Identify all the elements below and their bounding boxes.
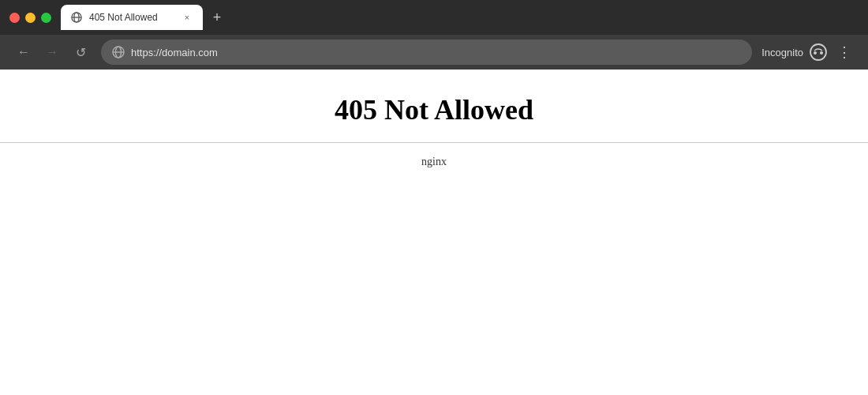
- minimize-window-button[interactable]: [25, 13, 36, 23]
- title-bar: 405 Not Allowed × +: [0, 0, 868, 35]
- new-tab-button[interactable]: +: [206, 6, 228, 28]
- svg-point-8: [820, 51, 823, 55]
- error-title: 405 Not Allowed: [335, 93, 533, 126]
- browser-actions: Incognito ⋮: [761, 40, 855, 64]
- content-divider: [0, 142, 868, 143]
- active-tab[interactable]: 405 Not Allowed ×: [61, 5, 203, 30]
- browser-chrome: 405 Not Allowed × + ← → ↺ https://domain…: [0, 0, 868, 70]
- tab-favicon-icon: [70, 11, 83, 24]
- url-text: https://domain.com: [131, 47, 741, 58]
- tab-close-button[interactable]: ×: [181, 11, 193, 24]
- nav-buttons: ← → ↺: [13, 41, 92, 63]
- forward-button[interactable]: →: [41, 41, 63, 63]
- reload-button[interactable]: ↺: [69, 41, 92, 63]
- incognito-icon: [806, 40, 830, 64]
- svg-point-6: [810, 44, 826, 60]
- page-content: 405 Not Allowed nginx: [0, 70, 868, 395]
- window-controls: [9, 13, 51, 23]
- svg-point-7: [814, 51, 817, 55]
- tab-bar: 405 Not Allowed × +: [61, 5, 859, 30]
- url-favicon-icon: [112, 46, 125, 58]
- close-window-button[interactable]: [9, 13, 20, 23]
- server-label: nginx: [421, 156, 447, 168]
- incognito-label: Incognito: [761, 47, 803, 58]
- maximize-window-button[interactable]: [41, 13, 51, 23]
- address-bar: ← → ↺ https://domain.com Incognito: [0, 35, 868, 70]
- back-button[interactable]: ←: [13, 41, 35, 63]
- more-options-button[interactable]: ⋮: [833, 41, 855, 63]
- url-bar[interactable]: https://domain.com: [101, 40, 752, 65]
- tab-title: 405 Not Allowed: [89, 12, 174, 23]
